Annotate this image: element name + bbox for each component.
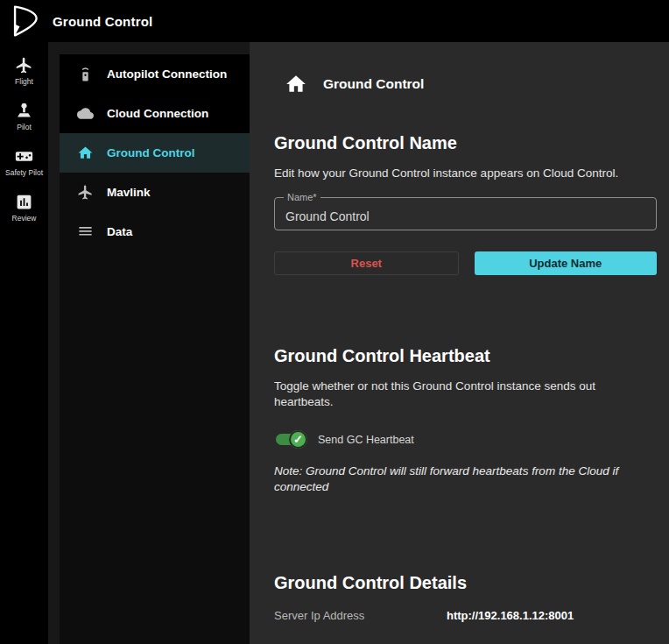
name-input[interactable] <box>275 198 656 230</box>
name-buttons-row: Reset Update Name <box>274 251 657 275</box>
nav-label: Cloud Connection <box>107 107 208 120</box>
heartbeat-toggle-row: ✓ Send GC Heartbeat <box>276 430 655 449</box>
server-ip-label: Server Ip Address <box>274 609 447 622</box>
nav-item-mavlink[interactable]: Mavlink <box>60 173 250 212</box>
detail-row: Server Ip Address http://192.168.1.12:80… <box>274 609 655 622</box>
details-section: Ground Control Details Server Ip Address… <box>274 573 655 622</box>
review-icon <box>15 193 33 211</box>
server-ip-value: http://192.168.1.12:8001 <box>447 609 574 622</box>
name-section-heading: Ground Control Name <box>274 133 655 153</box>
heartbeat-section-heading: Ground Control Heartbeat <box>274 346 655 366</box>
plane-icon <box>77 184 94 201</box>
left-rail: Flight Pilot Safety Pilot Review <box>0 42 48 644</box>
heartbeat-section-description: Toggle whether or not this Ground Contro… <box>274 379 655 410</box>
rail-item-review[interactable]: Review <box>0 193 48 223</box>
page-header: Ground Control <box>274 72 655 96</box>
app-title: Ground Control <box>53 14 152 29</box>
home-icon <box>285 73 307 96</box>
toggle-check-icon: ✓ <box>289 430 307 449</box>
rail-label: Flight <box>15 77 33 86</box>
gamepad-icon <box>15 147 33 166</box>
heartbeat-toggle-label: Send GC Heartbeat <box>318 434 414 446</box>
page-title: Ground Control <box>323 76 424 92</box>
nav-label: Data <box>107 225 132 238</box>
nav-item-data[interactable]: Data <box>60 212 250 251</box>
rail-label: Pilot <box>17 123 32 131</box>
main-content: Ground Control Ground Control Name Edit … <box>250 42 669 644</box>
gc-heartbeat-toggle[interactable]: ✓ <box>276 434 304 445</box>
rail-item-pilot[interactable]: Pilot <box>0 102 48 131</box>
list-icon <box>77 223 94 240</box>
rail-label: Safety Pilot <box>5 168 43 177</box>
nav-label: Ground Control <box>107 146 194 159</box>
flight-icon <box>15 56 33 74</box>
name-section: Ground Control Name Edit how your Ground… <box>274 133 655 275</box>
remote-icon <box>77 66 94 82</box>
update-name-button[interactable]: Update Name <box>475 251 658 275</box>
name-section-description: Edit how your Ground Control instance ap… <box>274 166 655 181</box>
rail-item-flight[interactable]: Flight <box>0 56 48 86</box>
rail-label: Review <box>12 214 37 223</box>
reset-button[interactable]: Reset <box>274 251 459 275</box>
nav-connection-group: Autopilot Connection Cloud Connection <box>60 54 250 133</box>
heartbeat-section: Ground Control Heartbeat Toggle whether … <box>274 346 655 495</box>
nav-label: Mavlink <box>107 186 151 199</box>
nav-item-cloud-connection[interactable]: Cloud Connection <box>60 94 250 133</box>
nav-item-autopilot-connection[interactable]: Autopilot Connection <box>60 54 250 94</box>
heartbeat-note: Note: Ground Control will still forward … <box>274 464 655 495</box>
details-section-heading: Ground Control Details <box>274 573 655 593</box>
brand-logo-icon <box>7 3 42 39</box>
home-icon <box>77 145 94 161</box>
nav-label: Autopilot Connection <box>107 67 227 81</box>
top-bar: Ground Control <box>0 0 669 42</box>
name-field-wrapper: Name* <box>274 197 657 230</box>
nav-item-ground-control[interactable]: Ground Control <box>60 133 250 173</box>
cloud-icon <box>77 105 94 122</box>
joystick-icon <box>15 102 33 120</box>
rail-item-safety-pilot[interactable]: Safety Pilot <box>0 147 48 177</box>
settings-nav: Autopilot Connection Cloud Connection Gr… <box>60 54 250 644</box>
name-field-label: Name* <box>284 192 320 202</box>
